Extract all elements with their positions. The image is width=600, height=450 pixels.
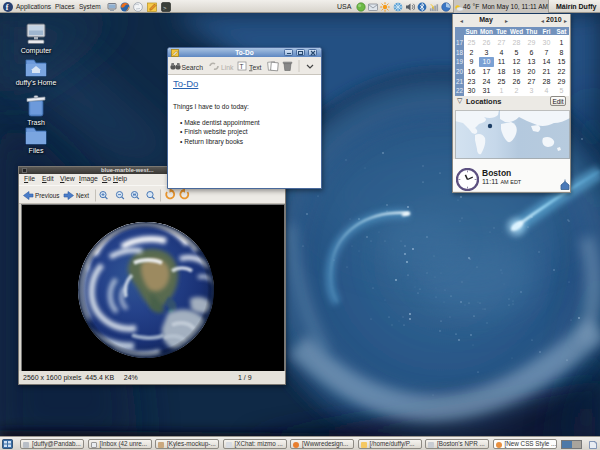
svg-text:>: > xyxy=(163,5,167,11)
svg-text:Link: Link xyxy=(221,64,234,71)
svg-text:f: f xyxy=(6,3,9,12)
svg-text:Previous: Previous xyxy=(35,192,60,199)
svg-text:T: T xyxy=(240,63,244,70)
svg-text:Search: Search xyxy=(182,64,204,71)
svg-text:Next: Next xyxy=(76,192,89,199)
svg-text:Text: Text xyxy=(249,64,262,71)
